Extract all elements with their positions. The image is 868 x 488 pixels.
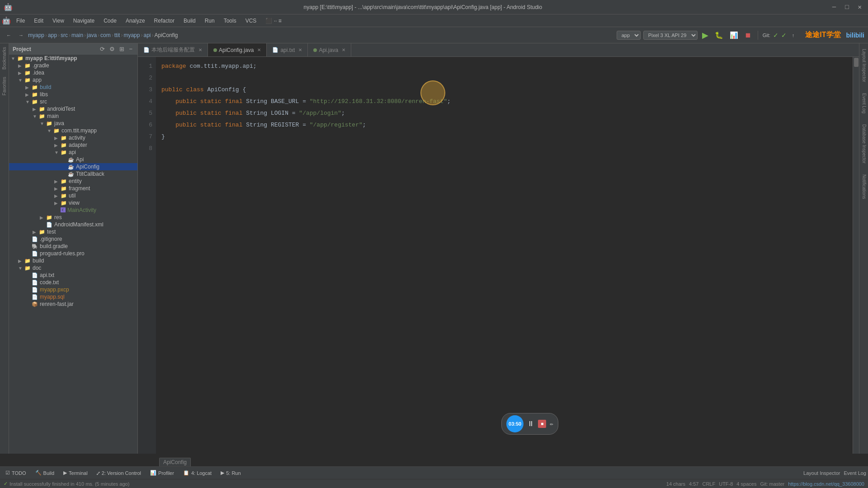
status-position[interactable]: 4:57: [689, 481, 698, 487]
tree-item-api[interactable]: ▼ 📁 api: [9, 149, 137, 156]
tree-item-comttitmyapp[interactable]: ▼ 📁 com.ttit.myapp: [9, 127, 137, 134]
profile-button[interactable]: 📊: [728, 30, 740, 40]
minimize-button[interactable]: ─: [830, 4, 839, 11]
menu-analyze[interactable]: Analyze: [122, 17, 149, 25]
status-indent[interactable]: 4 spaces: [736, 481, 756, 487]
bc-com[interactable]: com: [100, 32, 111, 38]
favorites-label[interactable]: Favorites: [1, 73, 8, 99]
tree-item-main[interactable]: ▼ 📁 main: [9, 113, 137, 120]
status-git[interactable]: Git: master: [760, 481, 784, 487]
edit-button[interactable]: ✏: [550, 420, 553, 427]
tab-logcat[interactable]: 📋 4: Logcat: [179, 469, 215, 477]
tab-close-local[interactable]: ✕: [198, 47, 202, 52]
tab-close-apitxt[interactable]: ✕: [298, 47, 302, 52]
menu-run[interactable]: Run: [201, 17, 218, 25]
menu-extra[interactable]: ⬛ ·· ≡: [262, 17, 285, 25]
menu-view[interactable]: View: [49, 17, 68, 25]
event-log-bottom[interactable]: Event Log: [844, 470, 866, 476]
bc-src[interactable]: src: [61, 32, 68, 38]
tab-local-config[interactable]: 📄 本地后端服务配置 ✕: [138, 43, 208, 56]
tab-build[interactable]: 🔨 Build: [32, 469, 58, 477]
stop-button[interactable]: ⏹: [743, 30, 753, 40]
app-selector[interactable]: app: [617, 31, 641, 40]
tab-profiler[interactable]: 📊 Profiler: [146, 469, 178, 477]
tree-item-myapp[interactable]: ▼ 📁 myapp E:\ttit\myapp: [9, 55, 137, 62]
layout-inspector-label[interactable]: Layout Inspector: [859, 43, 868, 88]
status-user[interactable]: https://blog.csdn.net/qq_33608000: [788, 481, 864, 487]
database-label[interactable]: Database Inspector: [859, 119, 868, 169]
code-content[interactable]: package com.ttit.myapp.api; public class…: [156, 57, 853, 454]
back-button[interactable]: ←: [4, 31, 14, 39]
forward-button[interactable]: →: [16, 31, 26, 39]
sync-icon[interactable]: ⟳: [99, 45, 106, 53]
tree-item-build-app[interactable]: ▶ 📁 build: [9, 84, 137, 91]
tree-item-proguard[interactable]: ▶ 📄 proguard-rules.pro: [9, 250, 137, 257]
pause-button[interactable]: ⏸: [527, 420, 534, 428]
debug-button[interactable]: 🐛: [713, 30, 725, 40]
bc-apiconfig[interactable]: ApiConfig: [154, 32, 178, 38]
tree-item-buildgradle[interactable]: ▶ 🐘 build.gradle: [9, 243, 137, 250]
layout-inspector-bottom[interactable]: Layout Inspector: [803, 470, 840, 476]
tab-apitxt[interactable]: 📄 api.txt ✕: [267, 43, 308, 56]
collapse-icon[interactable]: −: [127, 45, 134, 53]
close-button[interactable]: ✕: [855, 3, 864, 11]
tab-close-apiconfig[interactable]: ✕: [257, 47, 261, 52]
notifications-label[interactable]: Notifications: [859, 169, 868, 204]
tree-item-app[interactable]: ▼ 📁 app: [9, 76, 137, 84]
bc-app[interactable]: app: [48, 32, 57, 38]
tree-item-adapter[interactable]: ▶ 📁 adapter: [9, 141, 137, 149]
bc-api[interactable]: api: [143, 32, 151, 38]
tab-apiconfig[interactable]: ApiConfig.java ✕: [208, 43, 267, 56]
tab-versioncontrol[interactable]: ⑇ 2: Version Control: [93, 469, 145, 477]
tree-item-src[interactable]: ▼ 📁 src: [9, 98, 137, 105]
tree-item-apiconfig[interactable]: ▶ ☕ ApiConfig: [9, 163, 137, 170]
tree-item-androidtest[interactable]: ▶ 📁 androidTest: [9, 105, 137, 113]
tree-item-myappsql[interactable]: ▶ 📄 myapp.sql: [9, 293, 137, 300]
tree-item-api-java[interactable]: ▶ ☕ Api: [9, 156, 137, 163]
status-line-ending[interactable]: CRLF: [702, 481, 715, 487]
tab-terminal[interactable]: ▶ Terminal: [60, 469, 91, 477]
tree-item-codetxt[interactable]: ▶ 📄 code.txt: [9, 279, 137, 286]
bc-myapp[interactable]: myapp: [28, 32, 44, 38]
tree-item-test[interactable]: ▶ 📁 test: [9, 228, 137, 235]
menu-file[interactable]: File: [13, 17, 28, 25]
maximize-button[interactable]: □: [842, 4, 851, 11]
bookmarks-label[interactable]: Bookmarks: [1, 43, 8, 73]
tree-item-gradle[interactable]: ▶ 📁 .gradle: [9, 62, 137, 69]
status-chars[interactable]: 14 chars: [666, 481, 685, 487]
expand-icon[interactable]: ⊞: [118, 45, 126, 53]
tree-item-ttitcallback[interactable]: ▶ ☕ TtitCallback: [9, 170, 137, 178]
tree-item-view[interactable]: ▶ 📁 view: [9, 199, 137, 206]
tab-run[interactable]: ▶ 5: Run: [217, 469, 244, 477]
menu-build[interactable]: Build: [180, 17, 199, 25]
bc-myapp2[interactable]: myapp: [123, 32, 140, 38]
tree-item-entity[interactable]: ▶ 📁 entity: [9, 178, 137, 185]
tree-item-gitignore[interactable]: ▶ 📄 .gitignore: [9, 235, 137, 243]
tree-item-build-root[interactable]: ▶ 📁 build: [9, 257, 137, 264]
tree-item-fragment[interactable]: ▶ 📁 fragment: [9, 185, 137, 192]
git-push-button[interactable]: ↑: [789, 31, 797, 39]
tree-item-libs[interactable]: ▶ 📁 libs: [9, 91, 137, 98]
status-encoding[interactable]: UTF-8: [719, 481, 733, 487]
tree-item-idea[interactable]: ▶ 📁 .idea: [9, 69, 137, 76]
tab-apijava[interactable]: Api.java ✕: [308, 43, 351, 56]
bc-ttit[interactable]: ttit: [114, 32, 120, 38]
run-button[interactable]: ▶: [700, 29, 710, 41]
menu-refactor[interactable]: Refactor: [151, 17, 178, 25]
tree-item-doc[interactable]: ▼ 📁 doc: [9, 264, 137, 272]
tree-item-apitxt[interactable]: ▶ 📄 api.txt: [9, 272, 137, 279]
menu-edit[interactable]: Edit: [30, 17, 47, 25]
tree-item-util[interactable]: ▶ 📁 util: [9, 192, 137, 199]
tree-item-mainactivity[interactable]: ▶ 🅺 MainActivity: [9, 206, 137, 214]
bc-java[interactable]: java: [87, 32, 97, 38]
stop-rec-button[interactable]: ■: [538, 420, 546, 428]
device-selector[interactable]: Pixel 3 XL API 29: [643, 31, 698, 40]
tab-todo[interactable]: ☑ TODO: [2, 469, 30, 477]
tab-close-apijava[interactable]: ✕: [342, 47, 345, 52]
tree-item-activity[interactable]: ▶ 📁 activity: [9, 134, 137, 141]
event-log-label[interactable]: Event Log: [859, 88, 868, 119]
bc-main[interactable]: main: [71, 32, 83, 38]
gear-icon[interactable]: ⚙: [108, 45, 116, 53]
menu-tools[interactable]: Tools: [220, 17, 240, 25]
tree-item-res[interactable]: ▶ 📁 res: [9, 214, 137, 221]
